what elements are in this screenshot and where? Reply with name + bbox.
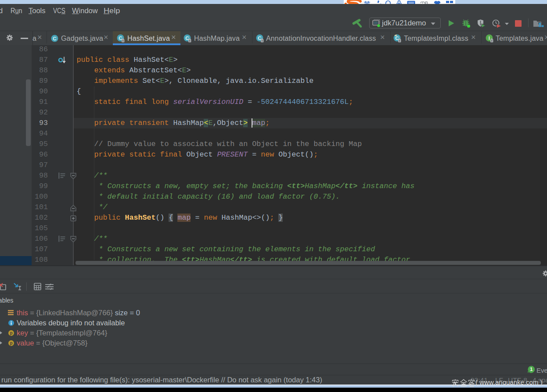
svg-text:p: p bbox=[10, 331, 12, 335]
svg-text:p: p bbox=[10, 341, 12, 346]
svg-text:I: I bbox=[489, 36, 490, 41]
svg-text:C: C bbox=[53, 36, 56, 41]
svg-text:1: 1 bbox=[530, 367, 533, 372]
